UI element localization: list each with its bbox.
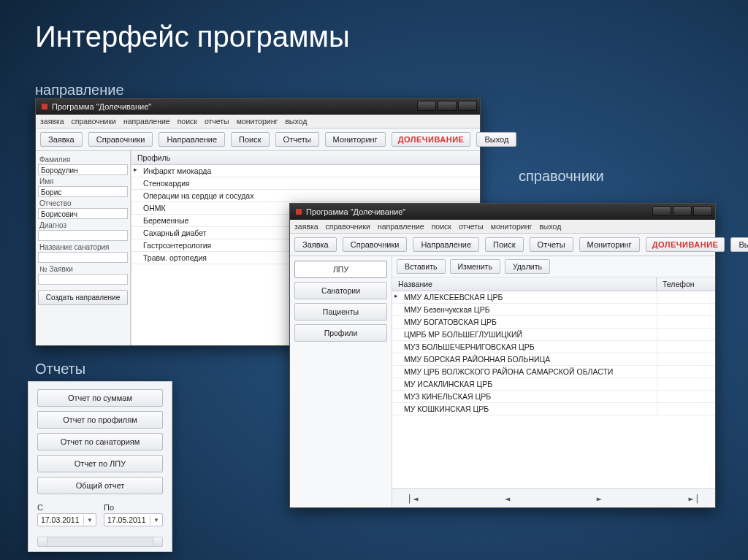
category-lpu-button[interactable]: ЛПУ — [294, 261, 387, 278]
table-row[interactable]: ММУ ЦРБ ВОЛЖСКОГО РАЙОНА САМАРСКОЙ ОБЛАС… — [392, 366, 715, 378]
toolbar-monitoring-button[interactable]: Мониторинг — [325, 132, 386, 147]
input-name[interactable]: Борис — [38, 186, 128, 197]
col-name[interactable]: Название — [392, 277, 657, 291]
table-row[interactable]: ММУ АЛЕКСЕЕВСКАЯ ЦРБ — [392, 291, 715, 304]
toolbar-zayavka-button[interactable]: Заявка — [294, 237, 337, 252]
menu-item[interactable]: справочники — [326, 222, 370, 231]
reports-panel: Отчет по суммам Отчет по профилям Отчет … — [28, 381, 172, 552]
reference-grid-panel: Вставить Изменить Удалить Название Телеф… — [392, 256, 715, 507]
toolbar: Заявка Справочники Направление Поиск Отч… — [36, 129, 480, 151]
table-row[interactable]: ММУ БОРСКАЯ РАЙОННАЯ БОЛЬНИЦА — [392, 353, 715, 366]
menu-item[interactable]: мониторинг — [237, 117, 278, 126]
date-to-picker[interactable]: 17.05.2011 ▼ — [104, 513, 163, 526]
input-sanatorium[interactable] — [38, 252, 128, 263]
report-sums-button[interactable]: Отчет по суммам — [37, 389, 163, 407]
nav-last-button[interactable]: ►| — [689, 494, 701, 504]
menu-item[interactable]: отчеты — [205, 117, 229, 126]
category-profiles-button[interactable]: Профили — [294, 324, 387, 342]
chevron-down-icon[interactable]: ▼ — [150, 515, 162, 525]
maximize-button[interactable] — [438, 101, 457, 111]
caption-direction: направление — [35, 82, 124, 99]
insert-button[interactable]: Вставить — [397, 259, 446, 274]
table-row[interactable]: МУ ИСАКЛИНСКАЯ ЦРБ — [392, 378, 715, 391]
menu-item[interactable]: поиск — [432, 222, 451, 231]
toolbar-otchety-button[interactable]: Отчеты — [530, 237, 573, 252]
grid-header: Название Телефон — [392, 277, 715, 291]
menu-item[interactable]: выход — [539, 222, 561, 231]
menu-item[interactable]: направление — [378, 222, 424, 231]
toolbar-brand-label: ДОЛЕЧИВАНИЕ — [646, 237, 725, 252]
table-row[interactable]: МУЗ КИНЕЛЬСКАЯ ЦРБ — [392, 391, 715, 403]
maximize-button[interactable] — [673, 206, 692, 216]
category-patients-button[interactable]: Пациенты — [294, 303, 387, 321]
category-sanatoriums-button[interactable]: Санатории — [294, 282, 387, 299]
list-item[interactable]: Стенокардия — [131, 177, 480, 190]
table-row[interactable]: МУЗ БОЛЬШЕЧЕРНИГОВСКАЯ ЦРБ — [392, 341, 715, 353]
input-diagnosis[interactable] — [38, 230, 128, 241]
list-item[interactable]: Операции на сердце и сосудах — [131, 190, 480, 202]
label-date-to: По — [104, 503, 163, 512]
horizontal-scrollbar[interactable] — [37, 537, 163, 547]
close-button[interactable] — [693, 206, 712, 216]
report-general-button[interactable]: Общий отчет — [37, 477, 163, 494]
input-patronymic[interactable]: Борисович — [38, 208, 128, 219]
grid-navigator: |◄ ◄ ► ►| — [392, 488, 715, 507]
chevron-down-icon[interactable]: ▼ — [83, 515, 96, 525]
minimize-button[interactable] — [652, 206, 671, 216]
delete-button[interactable]: Удалить — [505, 259, 550, 274]
menu-item[interactable]: поиск — [178, 117, 197, 126]
toolbar-exit-button[interactable]: Выход — [730, 237, 748, 252]
input-surname[interactable]: Бородулин — [38, 164, 128, 175]
grid-body[interactable]: ММУ АЛЕКСЕЕВСКАЯ ЦРБ ММУ Безенчукская ЦР… — [392, 291, 715, 488]
toolbar-poisk-button[interactable]: Поиск — [231, 132, 269, 147]
toolbar-otchety-button[interactable]: Отчеты — [275, 132, 319, 147]
table-row[interactable]: ММУ БОГАТОВСКАЯ ЦРБ — [392, 316, 715, 329]
window-references: Программа "Долечивание" заявка справочни… — [289, 203, 716, 508]
toolbar-brand-label: ДОЛЕЧИВАНИЕ — [392, 132, 471, 147]
toolbar-spravochniki-button[interactable]: Справочники — [343, 237, 408, 252]
toolbar-napravlenie-button[interactable]: Направление — [159, 132, 225, 147]
toolbar-zayavka-button[interactable]: Заявка — [40, 132, 83, 147]
table-row[interactable]: ЦМРБ МР БОЛЬШЕГЛУШИЦКИЙ — [392, 329, 715, 341]
reference-categories: ЛПУ Санатории Пациенты Профили — [290, 256, 392, 507]
report-sanatoriums-button[interactable]: Отчет по санаториям — [37, 433, 163, 450]
label-sanatorium: Название санатория — [38, 242, 128, 251]
table-row[interactable]: МУ КОШКИНСКАЯ ЦРБ — [392, 403, 715, 415]
label-surname: Фамилия — [38, 154, 128, 164]
menu-item[interactable]: заявка — [40, 117, 64, 126]
label-date-from: С — [37, 503, 96, 512]
table-row[interactable]: ММУ Безенчукская ЦРБ — [392, 304, 715, 316]
report-lpu-button[interactable]: Отчет по ЛПУ — [37, 455, 163, 472]
list-item[interactable]: Инфаркт миокарда — [131, 165, 480, 177]
menubar: заявка справочники направление поиск отч… — [36, 115, 480, 129]
menu-item[interactable]: справочники — [72, 117, 116, 126]
titlebar[interactable]: Программа "Долечивание" — [36, 99, 480, 115]
date-from-picker[interactable]: 17.03.2011 ▼ — [37, 513, 96, 526]
window-controls — [417, 101, 477, 111]
close-button[interactable] — [458, 101, 477, 111]
edit-button[interactable]: Изменить — [450, 259, 500, 274]
nav-next-button[interactable]: ► — [597, 494, 603, 504]
create-direction-button[interactable]: Создать направление — [38, 290, 128, 305]
minimize-button[interactable] — [417, 101, 436, 111]
toolbar-exit-button[interactable]: Выход — [476, 132, 516, 147]
window-title: Программа "Долечивание" — [52, 102, 151, 111]
nav-prev-button[interactable]: ◄ — [505, 494, 511, 504]
toolbar-spravochniki-button[interactable]: Справочники — [88, 132, 153, 147]
nav-first-button[interactable]: |◄ — [407, 494, 419, 504]
toolbar-monitoring-button[interactable]: Мониторинг — [579, 237, 640, 252]
menu-item[interactable]: выход — [285, 117, 307, 126]
menu-item[interactable]: заявка — [294, 222, 318, 231]
report-profiles-button[interactable]: Отчет по профилям — [37, 411, 163, 429]
input-request-number[interactable] — [38, 274, 128, 285]
menu-item[interactable]: отчеты — [459, 222, 484, 231]
toolbar-napravlenie-button[interactable]: Направление — [413, 237, 479, 252]
menu-item[interactable]: мониторинг — [491, 222, 533, 231]
grid-actions: Вставить Изменить Удалить — [392, 256, 715, 277]
titlebar[interactable]: Программа "Долечивание" — [290, 204, 715, 220]
label-patronymic: Отчество — [38, 198, 128, 207]
col-phone[interactable]: Телефон — [657, 277, 715, 291]
caption-references: справочники — [519, 168, 604, 185]
toolbar-poisk-button[interactable]: Поиск — [485, 237, 523, 252]
menu-item[interactable]: направление — [123, 117, 170, 126]
